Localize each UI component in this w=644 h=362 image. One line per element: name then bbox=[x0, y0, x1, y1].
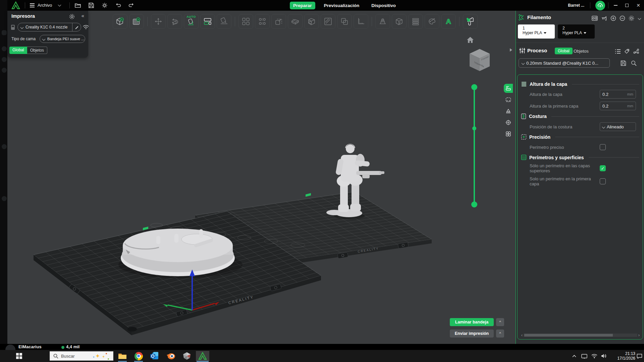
bed-type-select[interactable]: Bandeja PEI suave ... bbox=[40, 35, 85, 43]
scroll-left-arrow[interactable]: ‹ bbox=[520, 333, 524, 338]
measure-button[interactable] bbox=[354, 14, 368, 29]
hamburger-menu-icon[interactable] bbox=[30, 3, 35, 8]
slice-plate-button[interactable]: Laminar bandeja bbox=[450, 318, 494, 326]
auto-orient-button[interactable]: AUTO bbox=[184, 14, 199, 29]
mesh-edit-button[interactable] bbox=[321, 14, 335, 29]
tray-chevron-icon[interactable] bbox=[570, 350, 579, 362]
edit-printer-button[interactable] bbox=[72, 23, 81, 31]
plate-settings-tab[interactable] bbox=[504, 95, 513, 104]
single-wall-top-checkbox[interactable]: ✓ bbox=[600, 165, 606, 171]
add-model-button[interactable] bbox=[113, 14, 127, 29]
modifier-button[interactable] bbox=[304, 14, 319, 29]
cut-button[interactable] bbox=[288, 14, 303, 29]
layer-height-input[interactable]: 0.2 mm bbox=[600, 90, 636, 99]
tab-device[interactable]: Dispositivo bbox=[368, 2, 399, 9]
account-name[interactable]: Barret ... bbox=[568, 3, 584, 8]
taskbar-blender[interactable] bbox=[165, 351, 176, 361]
redo-button[interactable] bbox=[127, 2, 136, 9]
printer-tab-global[interactable]: Global bbox=[9, 47, 27, 54]
precise-wall-checkbox[interactable] bbox=[600, 144, 606, 150]
process-tab-global[interactable]: Global bbox=[555, 48, 573, 54]
filament-slot-1[interactable]: 1 Hyper PLA bbox=[518, 24, 555, 39]
remove-filament-icon[interactable] bbox=[620, 15, 625, 21]
tray-clock[interactable]: 21:13 17/1/2026 bbox=[611, 351, 635, 361]
height-slider[interactable] bbox=[471, 84, 477, 207]
process-preset-select[interactable]: 0.20mm Standard @Creality K1C 0... bbox=[519, 58, 610, 68]
settings-gear-icon[interactable] bbox=[101, 2, 109, 9]
plugin-button[interactable] bbox=[463, 14, 478, 29]
section-walls-surfaces[interactable]: Perímetros y superficies bbox=[521, 155, 639, 160]
wifi-icon[interactable] bbox=[83, 24, 89, 30]
filament-settings-gear-icon[interactable] bbox=[629, 15, 634, 21]
send-print-button[interactable]: Enviar impresión bbox=[450, 329, 494, 338]
open-file-button[interactable] bbox=[74, 2, 82, 9]
undo-button[interactable] bbox=[114, 2, 122, 9]
tray-volume-icon[interactable] bbox=[599, 350, 608, 362]
process-params-tab[interactable] bbox=[504, 84, 513, 93]
taskbar-search[interactable]: Buscar ✦ ✦ ✦ bbox=[50, 351, 113, 361]
section-seam[interactable]: Costura bbox=[521, 113, 639, 119]
param-list-icon[interactable] bbox=[615, 49, 621, 54]
arrange-button[interactable] bbox=[200, 14, 215, 29]
split-objects-button[interactable] bbox=[238, 14, 253, 29]
taskbar-file-explorer[interactable] bbox=[117, 351, 128, 361]
close-button[interactable]: ✕ bbox=[633, 0, 644, 11]
process-tab-objects[interactable]: Objetos bbox=[574, 49, 589, 54]
tray-wifi-icon[interactable] bbox=[590, 350, 599, 362]
3d-viewport[interactable]: CREALITY CREALITY bbox=[7, 11, 516, 344]
lay-flat-button[interactable] bbox=[217, 14, 231, 29]
flush-faucet-icon[interactable] bbox=[601, 16, 607, 21]
save-preset-icon[interactable] bbox=[621, 60, 626, 66]
printer-tab-objects[interactable]: Objetos bbox=[27, 47, 47, 54]
filament-slot-2[interactable]: 2 Hyper PLA bbox=[558, 24, 595, 39]
more-tools-tab[interactable] bbox=[504, 129, 513, 138]
support-tab[interactable] bbox=[504, 107, 513, 116]
save-button[interactable] bbox=[87, 2, 95, 9]
file-menu[interactable]: Archivo bbox=[38, 3, 52, 8]
home-view-icon[interactable] bbox=[466, 36, 474, 44]
seam-paint-button[interactable] bbox=[392, 14, 407, 29]
add-plate-button[interactable] bbox=[129, 14, 144, 29]
taskbar-3d-viewer[interactable] bbox=[181, 351, 193, 361]
move-button[interactable] bbox=[151, 14, 166, 29]
param-compare-icon[interactable] bbox=[633, 49, 639, 54]
ams-icon[interactable] bbox=[592, 16, 598, 21]
tab-prepare[interactable]: Preparar bbox=[290, 2, 315, 9]
split-parts-button[interactable] bbox=[255, 14, 270, 29]
color-paint-button[interactable] bbox=[425, 14, 439, 29]
printer-select[interactable]: Creality K1C 0.4 nozzle bbox=[17, 23, 81, 32]
section-precision[interactable]: Precisión bbox=[521, 134, 639, 140]
taskbar-outlook[interactable] bbox=[149, 351, 160, 361]
taskbar-creality-print-active[interactable] bbox=[196, 351, 209, 361]
text-tool-button[interactable]: A bbox=[441, 14, 456, 29]
seam-tab[interactable] bbox=[504, 118, 513, 127]
minimize-button[interactable] bbox=[610, 0, 621, 11]
single-wall-first-checkbox[interactable] bbox=[600, 178, 606, 184]
horizontal-scrollbar[interactable]: ‹ › bbox=[520, 333, 641, 337]
tray-cast-icon[interactable] bbox=[580, 350, 589, 362]
cloud-upload-button[interactable] bbox=[595, 1, 605, 10]
scroll-right-arrow[interactable]: › bbox=[637, 333, 641, 338]
printer-settings-gear-icon[interactable] bbox=[69, 14, 75, 19]
send-options-button[interactable]: ^ bbox=[496, 329, 504, 338]
rotate-button[interactable] bbox=[167, 14, 182, 29]
tray-notifications-icon[interactable] bbox=[635, 350, 644, 362]
slice-options-button[interactable]: ^ bbox=[496, 318, 504, 326]
search-params-icon[interactable] bbox=[631, 60, 637, 66]
view-cube[interactable]: Izquierda Frontal bbox=[468, 47, 492, 73]
filament-collapse-icon[interactable] bbox=[638, 17, 641, 20]
first-layer-height-input[interactable]: 0.2 mm bbox=[600, 102, 636, 110]
collapse-panel-icon[interactable]: « bbox=[82, 13, 84, 18]
scrollbar-thumb[interactable] bbox=[524, 334, 613, 337]
height-range-button[interactable] bbox=[408, 14, 423, 29]
scale-button[interactable] bbox=[271, 14, 286, 29]
section-layer-height[interactable]: Altura de la capa bbox=[521, 81, 639, 87]
taskbar-chrome[interactable] bbox=[133, 351, 144, 361]
menu-chevron-icon[interactable] bbox=[58, 3, 61, 7]
param-tag-icon[interactable] bbox=[624, 49, 630, 54]
combine-button[interactable] bbox=[337, 14, 352, 29]
start-button[interactable] bbox=[16, 353, 22, 359]
tab-preview[interactable]: Previsualización bbox=[321, 2, 363, 9]
collapse-panel-arrow-icon[interactable] bbox=[510, 48, 512, 52]
maximize-button[interactable] bbox=[621, 0, 633, 11]
